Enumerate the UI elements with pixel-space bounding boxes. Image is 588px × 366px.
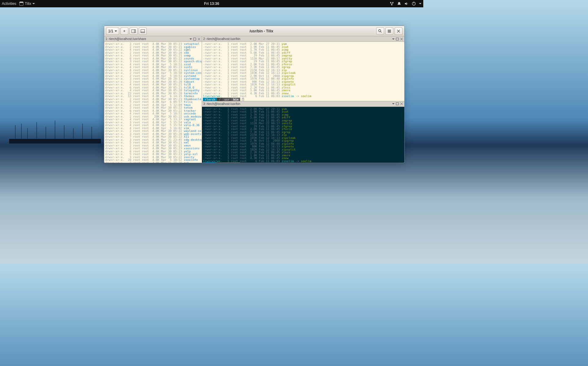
chevron-down-icon[interactable]: [392, 103, 395, 106]
svg-rect-6: [413, 2, 414, 3]
close-window-button[interactable]: [395, 27, 402, 35]
close-pane-icon[interactable]: [400, 102, 403, 105]
split-right-icon: [131, 29, 136, 33]
chevron-down-icon[interactable]: [392, 38, 395, 41]
app-menu-label: Tilix: [25, 2, 31, 6]
svg-rect-4: [391, 4, 392, 5]
pane1-tabbar: 1: rlerch@localhost:/usr/share: [104, 36, 202, 42]
split-down-icon: [141, 29, 145, 33]
chevron-down-icon: [115, 31, 117, 33]
wallpaper-trees: [9, 113, 101, 143]
power-icon[interactable]: [412, 2, 416, 6]
split-down-button[interactable]: [139, 27, 147, 35]
volume-icon[interactable]: [404, 2, 409, 6]
notification-icon[interactable]: [397, 2, 401, 6]
pane2-tab-label[interactable]: 2: rlerch@localhost:/usr/bin: [203, 37, 391, 41]
svg-rect-3: [392, 2, 394, 3]
session-counter-label: 1/1: [108, 29, 113, 33]
maximize-pane-icon[interactable]: [396, 38, 399, 41]
hamburger-icon: [387, 29, 391, 33]
svg-rect-29: [396, 103, 399, 105]
chevron-down-icon: [32, 3, 35, 5]
svg-rect-17: [9, 139, 101, 143]
svg-line-23: [380, 31, 382, 32]
svg-rect-21: [141, 31, 145, 32]
svg-rect-1: [20, 2, 23, 3]
close-pane-icon[interactable]: [400, 38, 403, 41]
pane2-tabbar: 2: rlerch@localhost:/usr/bin: [202, 36, 404, 42]
pane3-tab-label[interactable]: 3: rlerch@localhost:/usr/bin: [203, 102, 391, 106]
window-title: /usr/bin - Tilix: [148, 29, 375, 33]
pane3-tabbar: 3: rlerch@localhost:/usr/bin: [202, 101, 404, 107]
split-right-button[interactable]: [130, 27, 138, 35]
terminal-pane-3[interactable]: -rwxr-xr-x. 1 root root 2.0K Mar 27 20:1…: [202, 107, 404, 163]
maximize-pane-icon[interactable]: [396, 102, 399, 105]
network-icon[interactable]: [390, 2, 394, 6]
activities-button[interactable]: Activities: [2, 2, 16, 6]
svg-rect-25: [388, 31, 391, 31]
app-menu[interactable]: Tilix: [19, 2, 35, 6]
svg-rect-19: [134, 29, 135, 33]
close-pane-icon[interactable]: [197, 38, 200, 41]
svg-rect-26: [388, 32, 391, 32]
pane1-tab-label[interactable]: 1: rlerch@localhost:/usr/share: [105, 37, 188, 41]
terminal-pane-2[interactable]: -rwxr-xr-x. 1 root root 2.0K Mar 27 20:1…: [202, 42, 404, 101]
new-session-button[interactable]: +: [120, 27, 128, 35]
clock[interactable]: Fri 13:36: [204, 2, 219, 6]
svg-rect-2: [390, 2, 391, 3]
gnome-topbar: Activities Tilix Fri 13:36: [0, 0, 423, 7]
terminal-pane-1[interactable]: drwxr-xr-x. 3 root root 4.0K Mar 30 05:2…: [104, 42, 202, 163]
search-button[interactable]: [376, 27, 384, 35]
svg-rect-24: [388, 30, 391, 30]
search-icon: [378, 29, 382, 33]
system-menu-chevron-icon[interactable]: [419, 3, 421, 5]
svg-point-22: [379, 29, 381, 31]
plus-icon: +: [123, 29, 125, 33]
titlebar: 1/1 + /usr/bin - Tilix: [104, 26, 404, 36]
close-icon: [396, 29, 401, 33]
session-counter[interactable]: 1/1: [106, 27, 119, 35]
maximize-pane-icon[interactable]: [193, 38, 196, 41]
chevron-down-icon[interactable]: [189, 38, 192, 41]
menu-button[interactable]: [385, 27, 393, 35]
tilix-window: 1/1 + /usr/bin - Tilix 1: rlerch@localho…: [104, 26, 405, 163]
svg-rect-27: [193, 38, 196, 40]
tilix-app-icon: [19, 2, 24, 6]
svg-rect-28: [396, 38, 399, 40]
